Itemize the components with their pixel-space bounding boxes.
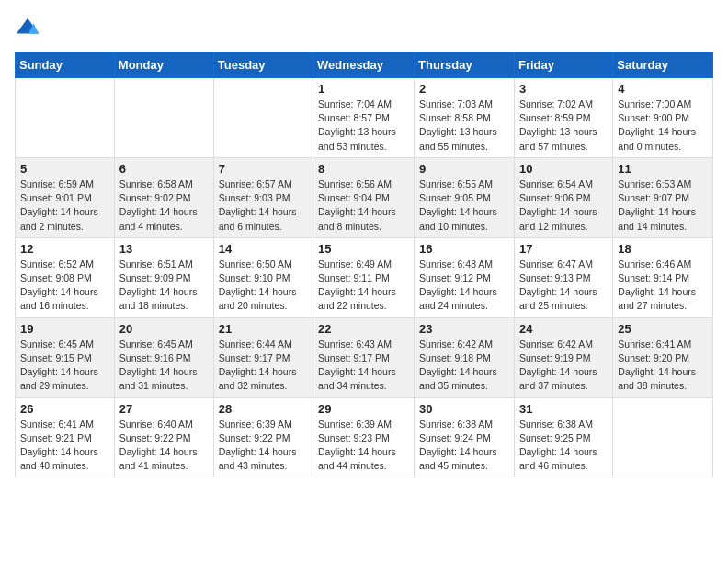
day-number: 3 [519, 82, 608, 96]
calendar-cell: 12Sunrise: 6:52 AM Sunset: 9:08 PM Dayli… [16, 237, 115, 317]
calendar-cell: 31Sunrise: 6:38 AM Sunset: 9:25 PM Dayli… [514, 397, 612, 477]
day-number: 30 [419, 402, 509, 416]
day-number: 21 [219, 322, 308, 336]
calendar-cell: 6Sunrise: 6:58 AM Sunset: 9:02 PM Daylig… [114, 157, 213, 237]
day-number: 10 [519, 162, 608, 176]
day-number: 12 [20, 242, 109, 256]
day-number: 16 [419, 242, 509, 256]
day-number: 25 [618, 322, 708, 336]
calendar-cell: 17Sunrise: 6:47 AM Sunset: 9:13 PM Dayli… [514, 237, 612, 317]
calendar-cell: 23Sunrise: 6:42 AM Sunset: 9:18 PM Dayli… [415, 317, 515, 397]
calendar-cell: 8Sunrise: 6:56 AM Sunset: 9:04 PM Daylig… [313, 157, 415, 237]
cell-content: Sunrise: 6:43 AM Sunset: 9:17 PM Dayligh… [318, 338, 409, 394]
day-number: 2 [419, 82, 509, 96]
calendar-week-row: 26Sunrise: 6:41 AM Sunset: 9:21 PM Dayli… [16, 397, 713, 477]
day-number: 19 [20, 322, 109, 336]
cell-content: Sunrise: 6:51 AM Sunset: 9:09 PM Dayligh… [119, 258, 209, 314]
calendar-cell: 18Sunrise: 6:46 AM Sunset: 9:14 PM Dayli… [613, 237, 713, 317]
page-header [15, 15, 713, 40]
day-number: 23 [419, 322, 509, 336]
calendar-week-row: 1Sunrise: 7:04 AM Sunset: 8:57 PM Daylig… [16, 78, 713, 158]
calendar-cell [613, 397, 713, 477]
day-number: 28 [219, 402, 308, 416]
logo [15, 15, 44, 40]
cell-content: Sunrise: 6:47 AM Sunset: 9:13 PM Dayligh… [519, 258, 608, 314]
column-header-sunday: Sunday [16, 52, 115, 78]
calendar-cell: 27Sunrise: 6:40 AM Sunset: 9:22 PM Dayli… [114, 397, 213, 477]
day-number: 6 [119, 162, 209, 176]
cell-content: Sunrise: 6:59 AM Sunset: 9:01 PM Dayligh… [20, 178, 109, 234]
calendar-cell: 15Sunrise: 6:49 AM Sunset: 9:11 PM Dayli… [313, 237, 415, 317]
day-number: 1 [318, 82, 409, 96]
calendar-cell: 25Sunrise: 6:41 AM Sunset: 9:20 PM Dayli… [613, 317, 713, 397]
cell-content: Sunrise: 6:49 AM Sunset: 9:11 PM Dayligh… [318, 258, 409, 314]
calendar-header-row: SundayMondayTuesdayWednesdayThursdayFrid… [16, 52, 713, 78]
calendar-cell: 4Sunrise: 7:00 AM Sunset: 9:00 PM Daylig… [613, 78, 713, 158]
day-number: 18 [618, 242, 708, 256]
cell-content: Sunrise: 6:45 AM Sunset: 9:16 PM Dayligh… [119, 338, 209, 394]
column-header-monday: Monday [114, 52, 213, 78]
calendar-cell: 13Sunrise: 6:51 AM Sunset: 9:09 PM Dayli… [114, 237, 213, 317]
cell-content: Sunrise: 6:45 AM Sunset: 9:15 PM Dayligh… [20, 338, 109, 394]
cell-content: Sunrise: 6:55 AM Sunset: 9:05 PM Dayligh… [419, 178, 509, 234]
calendar-week-row: 19Sunrise: 6:45 AM Sunset: 9:15 PM Dayli… [16, 317, 713, 397]
cell-content: Sunrise: 6:52 AM Sunset: 9:08 PM Dayligh… [20, 258, 109, 314]
calendar-week-row: 12Sunrise: 6:52 AM Sunset: 9:08 PM Dayli… [16, 237, 713, 317]
day-number: 20 [119, 322, 209, 336]
calendar-cell: 30Sunrise: 6:38 AM Sunset: 9:24 PM Dayli… [415, 397, 515, 477]
day-number: 11 [618, 162, 708, 176]
column-header-thursday: Thursday [415, 52, 515, 78]
cell-content: Sunrise: 6:57 AM Sunset: 9:03 PM Dayligh… [219, 178, 308, 234]
cell-content: Sunrise: 7:00 AM Sunset: 9:00 PM Dayligh… [618, 98, 708, 154]
cell-content: Sunrise: 6:54 AM Sunset: 9:06 PM Dayligh… [519, 178, 608, 234]
cell-content: Sunrise: 7:03 AM Sunset: 8:58 PM Dayligh… [419, 98, 509, 154]
logo-icon [15, 15, 40, 40]
calendar-cell: 28Sunrise: 6:39 AM Sunset: 9:22 PM Dayli… [213, 397, 313, 477]
column-header-tuesday: Tuesday [213, 52, 313, 78]
calendar-table: SundayMondayTuesdayWednesdayThursdayFrid… [15, 52, 713, 477]
calendar-cell: 1Sunrise: 7:04 AM Sunset: 8:57 PM Daylig… [313, 78, 415, 158]
cell-content: Sunrise: 6:58 AM Sunset: 9:02 PM Dayligh… [119, 178, 209, 234]
calendar-cell [213, 78, 313, 158]
day-number: 9 [419, 162, 509, 176]
day-number: 22 [318, 322, 409, 336]
calendar-cell [16, 78, 115, 158]
day-number: 15 [318, 242, 409, 256]
cell-content: Sunrise: 6:39 AM Sunset: 9:22 PM Dayligh… [219, 418, 308, 474]
calendar-cell: 9Sunrise: 6:55 AM Sunset: 9:05 PM Daylig… [415, 157, 515, 237]
calendar-cell: 21Sunrise: 6:44 AM Sunset: 9:17 PM Dayli… [213, 317, 313, 397]
calendar-cell: 16Sunrise: 6:48 AM Sunset: 9:12 PM Dayli… [415, 237, 515, 317]
column-header-wednesday: Wednesday [313, 52, 415, 78]
cell-content: Sunrise: 6:56 AM Sunset: 9:04 PM Dayligh… [318, 178, 409, 234]
day-number: 4 [618, 82, 708, 96]
calendar-cell: 29Sunrise: 6:39 AM Sunset: 9:23 PM Dayli… [313, 397, 415, 477]
cell-content: Sunrise: 6:42 AM Sunset: 9:18 PM Dayligh… [419, 338, 509, 394]
calendar-cell: 10Sunrise: 6:54 AM Sunset: 9:06 PM Dayli… [514, 157, 612, 237]
column-header-friday: Friday [514, 52, 612, 78]
cell-content: Sunrise: 6:40 AM Sunset: 9:22 PM Dayligh… [119, 418, 209, 474]
calendar-cell: 24Sunrise: 6:42 AM Sunset: 9:19 PM Dayli… [514, 317, 612, 397]
cell-content: Sunrise: 6:42 AM Sunset: 9:19 PM Dayligh… [519, 338, 608, 394]
day-number: 27 [119, 402, 209, 416]
day-number: 14 [219, 242, 308, 256]
day-number: 7 [219, 162, 308, 176]
cell-content: Sunrise: 6:50 AM Sunset: 9:10 PM Dayligh… [219, 258, 308, 314]
cell-content: Sunrise: 6:46 AM Sunset: 9:14 PM Dayligh… [618, 258, 708, 314]
day-number: 24 [519, 322, 608, 336]
calendar-week-row: 5Sunrise: 6:59 AM Sunset: 9:01 PM Daylig… [16, 157, 713, 237]
cell-content: Sunrise: 7:04 AM Sunset: 8:57 PM Dayligh… [318, 98, 409, 154]
calendar-cell: 19Sunrise: 6:45 AM Sunset: 9:15 PM Dayli… [16, 317, 115, 397]
day-number: 31 [519, 402, 608, 416]
cell-content: Sunrise: 6:53 AM Sunset: 9:07 PM Dayligh… [618, 178, 708, 234]
calendar-cell: 20Sunrise: 6:45 AM Sunset: 9:16 PM Dayli… [114, 317, 213, 397]
cell-content: Sunrise: 6:41 AM Sunset: 9:21 PM Dayligh… [20, 418, 109, 474]
day-number: 29 [318, 402, 409, 416]
calendar-cell: 26Sunrise: 6:41 AM Sunset: 9:21 PM Dayli… [16, 397, 115, 477]
calendar-cell: 11Sunrise: 6:53 AM Sunset: 9:07 PM Dayli… [613, 157, 713, 237]
cell-content: Sunrise: 6:48 AM Sunset: 9:12 PM Dayligh… [419, 258, 509, 314]
cell-content: Sunrise: 6:39 AM Sunset: 9:23 PM Dayligh… [318, 418, 409, 474]
day-number: 26 [20, 402, 109, 416]
column-header-saturday: Saturday [613, 52, 713, 78]
calendar-cell: 3Sunrise: 7:02 AM Sunset: 8:59 PM Daylig… [514, 78, 612, 158]
cell-content: Sunrise: 6:38 AM Sunset: 9:25 PM Dayligh… [519, 418, 608, 474]
